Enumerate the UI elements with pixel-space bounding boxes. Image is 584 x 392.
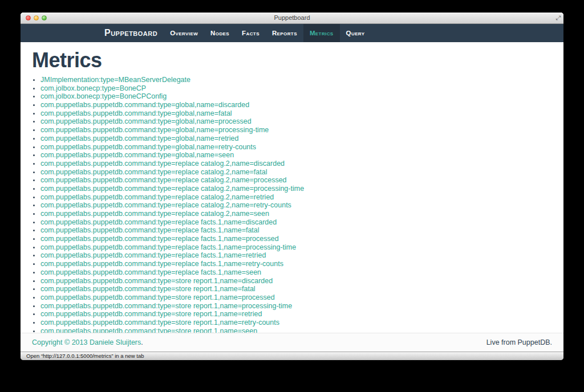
footer: Copyright © 2013 Daniele Sluijters. Live…	[21, 333, 563, 352]
metric-list-item: com.puppetlabs.puppetdb.command:type=rep…	[40, 226, 552, 235]
copyright-link[interactable]: Copyright © 2013 Daniele Sluijters	[32, 338, 141, 346]
nav-link-query[interactable]: Query	[340, 24, 371, 42]
page-title: Metrics	[32, 50, 552, 71]
metric-list-item: com.puppetlabs.puppetdb.command:type=rep…	[40, 268, 552, 277]
metric-link[interactable]: com.puppetlabs.puppetdb.command:type=glo…	[40, 134, 238, 142]
app-window: Puppetboard ⤢ Puppetboard OverviewNodesF…	[21, 13, 563, 360]
metric-link[interactable]: com.puppetlabs.puppetdb.command:type=rep…	[40, 226, 259, 234]
metric-list-item: com.puppetlabs.puppetdb.command:type=rep…	[40, 160, 552, 168]
metric-link[interactable]: com.puppetlabs.puppetdb.command:type=sto…	[40, 277, 273, 285]
metric-link[interactable]: com.puppetlabs.puppetdb.command:type=glo…	[40, 101, 249, 109]
metric-list-item: com.puppetlabs.puppetdb.command:type=sto…	[40, 285, 552, 293]
metric-link[interactable]: com.puppetlabs.puppetdb.command:type=sto…	[40, 327, 257, 333]
metric-link[interactable]: com.puppetlabs.puppetdb.command:type=glo…	[40, 117, 252, 125]
status-bar-text: Open “http://127.0.0.1:5000/metrics” in …	[26, 353, 144, 359]
metric-list-item: com.puppetlabs.puppetdb.command:type=rep…	[40, 185, 552, 193]
metric-link[interactable]: com.jolbox.bonecp:type=BoneCPConfig	[40, 92, 167, 100]
metric-list-item: com.jolbox.bonecp:type=BoneCPConfig	[40, 92, 552, 101]
window-title: Puppetboard	[21, 13, 563, 23]
metric-link[interactable]: com.puppetlabs.puppetdb.command:type=glo…	[40, 109, 232, 117]
nav-item-facts[interactable]: Facts	[236, 24, 266, 42]
nav-item-metrics[interactable]: Metrics	[303, 24, 340, 42]
metric-list-item: com.puppetlabs.puppetdb.command:type=rep…	[40, 235, 552, 243]
metric-link[interactable]: com.puppetlabs.puppetdb.command:type=rep…	[40, 210, 269, 218]
metric-list-item: com.puppetlabs.puppetdb.command:type=sto…	[40, 310, 552, 318]
nav-item-overview[interactable]: Overview	[164, 24, 204, 42]
metric-link[interactable]: com.puppetlabs.puppetdb.command:type=rep…	[40, 218, 277, 226]
metric-list-item: com.puppetlabs.puppetdb.command:type=glo…	[40, 117, 552, 126]
main-content: Metrics JMImplementation:type=MBeanServe…	[21, 42, 563, 333]
metric-link[interactable]: com.puppetlabs.puppetdb.command:type=sto…	[40, 318, 279, 326]
zoom-window-icon[interactable]	[42, 15, 47, 21]
metric-list-item: com.puppetlabs.puppetdb.command:type=rep…	[40, 193, 552, 202]
metric-link[interactable]: com.puppetlabs.puppetdb.command:type=rep…	[40, 251, 266, 259]
metric-link[interactable]: com.puppetlabs.puppetdb.command:type=rep…	[40, 168, 267, 176]
metric-list-item: com.puppetlabs.puppetdb.command:type=sto…	[40, 327, 552, 333]
nav-link-overview[interactable]: Overview	[164, 24, 204, 42]
nav-link-facts[interactable]: Facts	[236, 24, 266, 42]
titlebar[interactable]: Puppetboard ⤢	[21, 13, 563, 24]
metric-link[interactable]: com.puppetlabs.puppetdb.command:type=glo…	[40, 151, 234, 159]
nav-items: OverviewNodesFactsReportsMetricsQuery	[164, 24, 371, 42]
metric-link[interactable]: com.puppetlabs.puppetdb.command:type=rep…	[40, 193, 274, 201]
nav-link-metrics[interactable]: Metrics	[303, 24, 340, 42]
copyright-text: Copyright © 2013 Daniele Sluijters.	[32, 338, 143, 346]
status-bar: Open “http://127.0.0.1:5000/metrics” in …	[21, 352, 563, 360]
metric-list-item: com.puppetlabs.puppetdb.command:type=rep…	[40, 260, 552, 268]
metrics-list: JMImplementation:type=MBeanServerDelegat…	[32, 76, 552, 333]
metric-link[interactable]: com.puppetlabs.puppetdb.command:type=rep…	[40, 185, 304, 193]
fullscreen-icon[interactable]: ⤢	[555, 14, 561, 22]
metric-list-item: com.puppetlabs.puppetdb.command:type=rep…	[40, 251, 552, 260]
metric-list-item: com.puppetlabs.puppetdb.command:type=rep…	[40, 243, 552, 252]
metric-list-item: com.puppetlabs.puppetdb.command:type=glo…	[40, 134, 552, 143]
close-window-icon[interactable]	[26, 15, 31, 21]
metric-list-item: com.puppetlabs.puppetdb.command:type=glo…	[40, 109, 552, 118]
metric-list-item: com.puppetlabs.puppetdb.command:type=sto…	[40, 277, 552, 285]
metric-list-item: com.puppetlabs.puppetdb.command:type=sto…	[40, 318, 552, 327]
copyright-suffix: .	[141, 338, 143, 346]
metric-list-item: com.puppetlabs.puppetdb.command:type=glo…	[40, 126, 552, 134]
nav-item-query[interactable]: Query	[340, 24, 371, 42]
metric-link[interactable]: com.puppetlabs.puppetdb.command:type=glo…	[40, 126, 269, 134]
metric-list-item: com.puppetlabs.puppetdb.command:type=rep…	[40, 168, 552, 177]
metric-list-item: com.puppetlabs.puppetdb.command:type=sto…	[40, 302, 552, 311]
metric-link[interactable]: com.puppetlabs.puppetdb.command:type=rep…	[40, 268, 261, 276]
traffic-lights	[26, 15, 47, 21]
brand-puppetboard[interactable]: Puppetboard	[104, 24, 157, 42]
metric-list-item: com.puppetlabs.puppetdb.command:type=glo…	[40, 101, 552, 109]
metric-list-item: com.puppetlabs.puppetdb.command:type=rep…	[40, 201, 552, 210]
metric-link[interactable]: com.puppetlabs.puppetdb.command:type=sto…	[40, 302, 292, 310]
metric-list-item: com.puppetlabs.puppetdb.command:type=rep…	[40, 176, 552, 185]
metric-list-item: com.jolbox.bonecp:type=BoneCP	[40, 84, 552, 93]
live-from-puppetdb-label: Live from PuppetDB.	[486, 338, 552, 346]
nav-item-reports[interactable]: Reports	[266, 24, 303, 42]
metric-link[interactable]: com.puppetlabs.puppetdb.command:type=rep…	[40, 260, 283, 268]
metric-list-item: com.puppetlabs.puppetdb.command:type=rep…	[40, 210, 552, 218]
nav-item-nodes[interactable]: Nodes	[204, 24, 236, 42]
nav-link-reports[interactable]: Reports	[266, 24, 303, 42]
navbar: Puppetboard OverviewNodesFactsReportsMet…	[21, 24, 563, 42]
minimize-window-icon[interactable]	[34, 15, 39, 21]
metric-link[interactable]: com.jolbox.bonecp:type=BoneCP	[40, 84, 146, 92]
nav-link-nodes[interactable]: Nodes	[204, 24, 236, 42]
metric-link[interactable]: com.puppetlabs.puppetdb.command:type=sto…	[40, 285, 256, 293]
metric-link[interactable]: com.puppetlabs.puppetdb.command:type=rep…	[40, 235, 279, 243]
metric-link[interactable]: com.puppetlabs.puppetdb.command:type=rep…	[40, 176, 287, 184]
metric-link[interactable]: com.puppetlabs.puppetdb.command:type=sto…	[40, 310, 262, 318]
metric-list-item: com.puppetlabs.puppetdb.command:type=glo…	[40, 143, 552, 152]
metric-link[interactable]: JMImplementation:type=MBeanServerDelegat…	[40, 76, 190, 84]
metric-list-item: JMImplementation:type=MBeanServerDelegat…	[40, 76, 552, 84]
metric-list-item: com.puppetlabs.puppetdb.command:type=rep…	[40, 218, 552, 227]
metric-link[interactable]: com.puppetlabs.puppetdb.command:type=glo…	[40, 143, 256, 151]
metric-list-item: com.puppetlabs.puppetdb.command:type=glo…	[40, 151, 552, 160]
metric-link[interactable]: com.puppetlabs.puppetdb.command:type=rep…	[40, 243, 296, 251]
metric-link[interactable]: com.puppetlabs.puppetdb.command:type=rep…	[40, 201, 291, 209]
metric-link[interactable]: com.puppetlabs.puppetdb.command:type=sto…	[40, 293, 275, 301]
metric-list-item: com.puppetlabs.puppetdb.command:type=sto…	[40, 293, 552, 302]
metric-link[interactable]: com.puppetlabs.puppetdb.command:type=rep…	[40, 160, 285, 168]
